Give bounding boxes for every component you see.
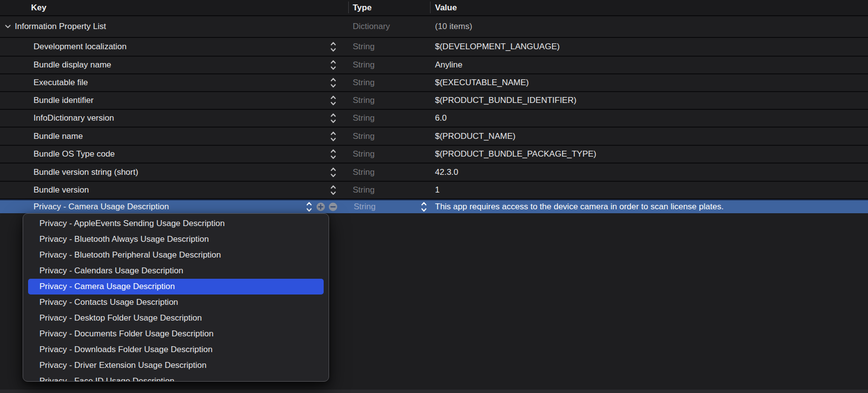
menu-item[interactable]: Privacy - Contacts Usage Description <box>23 295 329 310</box>
menu-item[interactable]: Privacy - Driver Extension Usage Descrip… <box>23 358 329 373</box>
type-cell[interactable]: String <box>353 131 374 141</box>
key-cell[interactable]: Privacy - Camera Usage Description <box>33 202 169 212</box>
menu-item[interactable]: Privacy - Bluetooth Always Usage Descrip… <box>23 231 329 247</box>
type-stepper-icon[interactable] <box>421 201 427 213</box>
table-row[interactable]: Bundle identifier String $(PRODUCT_BUNDL… <box>0 92 868 110</box>
value-cell[interactable]: 1 <box>435 185 439 195</box>
type-cell[interactable]: String <box>353 78 374 88</box>
key-cell[interactable]: Bundle version string (short) <box>33 167 138 177</box>
table-row[interactable]: Bundle name String $(PRODUCT_NAME) <box>0 128 868 146</box>
key-cell[interactable]: Bundle name <box>33 131 83 141</box>
value-cell[interactable]: $(PRODUCT_BUNDLE_PACKAGE_TYPE) <box>435 149 597 159</box>
menu-item[interactable]: Privacy - Desktop Folder Usage Descripti… <box>23 310 329 326</box>
table-row[interactable]: Development localization String $(DEVELO… <box>0 38 868 57</box>
type-cell[interactable]: String <box>353 96 374 105</box>
key-cell[interactable]: Development localization <box>33 42 127 52</box>
value-cell[interactable]: $(PRODUCT_BUNDLE_IDENTIFIER) <box>435 96 576 105</box>
value-cell[interactable]: $(DEVELOPMENT_LANGUAGE) <box>435 42 560 52</box>
table-row[interactable]: InfoDictionary version String 6.0 <box>0 110 868 128</box>
value-cell[interactable]: This app requires access to the device c… <box>435 202 724 212</box>
value-cell[interactable]: (10 items) <box>435 22 472 32</box>
key-cell[interactable]: Bundle identifier <box>33 96 94 105</box>
key-stepper-icon[interactable] <box>330 59 336 71</box>
value-cell[interactable]: 6.0 <box>435 113 447 123</box>
plist-editor: Key Type Value Information Property List… <box>0 0 868 393</box>
key-cell[interactable]: Executable file <box>33 78 88 88</box>
key-stepper-icon[interactable] <box>330 77 336 89</box>
column-divider[interactable] <box>348 1 349 13</box>
key-dropdown-menu: Privacy - AppleEvents Sending Usage Desc… <box>23 213 329 382</box>
column-header-key: Key <box>31 3 46 13</box>
key-cell[interactable]: Bundle OS Type code <box>33 149 115 159</box>
menu-item[interactable]: Privacy - Calendars Usage Description <box>23 263 329 279</box>
table-row[interactable]: Bundle OS Type code String $(PRODUCT_BUN… <box>0 146 868 164</box>
key-cell[interactable]: Bundle version <box>33 185 89 195</box>
value-cell[interactable]: $(PRODUCT_NAME) <box>435 131 515 141</box>
type-cell[interactable]: String <box>353 185 374 195</box>
key-stepper-icon[interactable] <box>330 131 336 142</box>
disclosure-chevron-icon[interactable] <box>4 24 11 29</box>
type-cell[interactable]: String <box>353 167 374 177</box>
value-cell[interactable]: $(EXECUTABLE_NAME) <box>435 78 529 88</box>
table-row-selected[interactable]: Privacy - Camera Usage Description Strin… <box>0 199 868 213</box>
window-bottom-edge <box>0 390 868 393</box>
key-stepper-icon[interactable] <box>330 112 336 124</box>
column-divider[interactable] <box>430 1 431 13</box>
key-stepper-icon[interactable] <box>330 95 336 106</box>
type-cell[interactable]: Dictionary <box>353 22 390 32</box>
menu-item[interactable]: Privacy - Documents Folder Usage Descrip… <box>23 326 329 342</box>
type-cell[interactable]: String <box>353 113 374 123</box>
table-row[interactable]: Executable file String $(EXECUTABLE_NAME… <box>0 74 868 92</box>
key-stepper-icon[interactable] <box>330 41 336 53</box>
key-cell[interactable]: Information Property List <box>15 22 106 32</box>
type-cell[interactable]: String <box>354 202 375 212</box>
table-header: Key Type Value <box>0 0 868 16</box>
menu-item-highlighted[interactable]: Privacy - Camera Usage Description <box>28 279 324 295</box>
key-stepper-icon[interactable] <box>306 201 312 213</box>
column-header-value: Value <box>435 3 457 13</box>
type-cell[interactable]: String <box>353 42 374 52</box>
table-row[interactable]: Information Property List Dictionary (10… <box>0 16 868 38</box>
key-cell[interactable]: InfoDictionary version <box>33 113 114 123</box>
key-stepper-icon[interactable] <box>330 166 336 178</box>
column-header-type: Type <box>353 3 371 13</box>
menu-item[interactable]: Privacy - AppleEvents Sending Usage Desc… <box>23 216 329 231</box>
key-stepper-icon[interactable] <box>330 184 336 196</box>
menu-item[interactable]: Privacy - Bluetooth Peripheral Usage Des… <box>23 247 329 263</box>
type-cell[interactable]: String <box>353 60 374 70</box>
value-cell[interactable]: Anyline <box>435 60 463 70</box>
type-cell[interactable]: String <box>353 149 374 159</box>
menu-item[interactable]: Privacy - Face ID Usage Description <box>23 373 329 382</box>
remove-row-button[interactable] <box>329 202 337 211</box>
table-row[interactable]: Bundle version string (short) String 42.… <box>0 164 868 182</box>
key-cell[interactable]: Bundle display name <box>33 60 111 70</box>
value-cell[interactable]: 42.3.0 <box>435 167 458 177</box>
table-row[interactable]: Bundle display name String Anyline <box>0 57 868 74</box>
menu-item[interactable]: Privacy - Downloads Folder Usage Descrip… <box>23 342 329 358</box>
add-row-button[interactable] <box>316 202 325 211</box>
key-stepper-icon[interactable] <box>330 148 336 160</box>
table-row[interactable]: Bundle version String 1 <box>0 182 868 199</box>
